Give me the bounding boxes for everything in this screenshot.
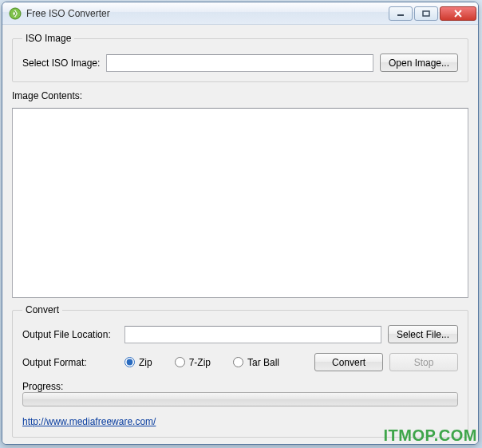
convert-legend: Convert <box>22 304 62 315</box>
progress-bar <box>22 392 458 406</box>
format-7zip-option[interactable]: 7-Zip <box>175 357 211 368</box>
select-iso-label: Select ISO Image: <box>22 57 100 69</box>
image-contents-list[interactable] <box>12 108 468 298</box>
minimize-button[interactable] <box>389 6 413 21</box>
svg-rect-2 <box>423 11 429 16</box>
format-tarball-radio[interactable] <box>233 357 243 367</box>
svg-rect-1 <box>397 14 404 16</box>
format-tarball-option[interactable]: Tar Ball <box>233 357 279 368</box>
format-zip-option[interactable]: Zip <box>124 357 152 368</box>
convert-group: Convert Output File Location: Select Fil… <box>12 304 468 438</box>
progress-label: Progress: <box>22 381 63 392</box>
client-area: ISO Image Select ISO Image: Open Image..… <box>2 25 478 444</box>
format-zip-label: Zip <box>139 357 152 368</box>
iso-image-group: ISO Image Select ISO Image: Open Image..… <box>12 33 468 82</box>
format-zip-radio[interactable] <box>124 357 135 367</box>
window-title: Free ISO Converter <box>26 8 110 19</box>
format-7zip-radio[interactable] <box>175 357 185 367</box>
format-7zip-label: 7-Zip <box>189 357 211 368</box>
open-image-button[interactable]: Open Image... <box>380 54 458 72</box>
iso-path-input[interactable] <box>106 54 373 72</box>
vendor-link[interactable]: http://www.mediafreeware.com/ <box>22 416 156 427</box>
app-window: Free ISO Converter ISO Image Select ISO … <box>2 2 479 445</box>
close-button[interactable] <box>440 6 476 21</box>
format-tarball-label: Tar Ball <box>247 357 279 368</box>
titlebar: Free ISO Converter <box>2 2 478 25</box>
stop-button[interactable]: Stop <box>389 353 458 371</box>
maximize-button[interactable] <box>414 6 438 21</box>
select-file-button[interactable]: Select File... <box>388 325 458 343</box>
output-location-input[interactable] <box>124 326 381 343</box>
image-contents-label: Image Contents: <box>12 90 468 101</box>
output-format-label: Output Format: <box>22 357 118 368</box>
app-icon <box>9 7 22 20</box>
convert-button[interactable]: Convert <box>314 353 383 371</box>
iso-image-legend: ISO Image <box>22 33 74 44</box>
output-location-label: Output File Location: <box>22 329 118 340</box>
